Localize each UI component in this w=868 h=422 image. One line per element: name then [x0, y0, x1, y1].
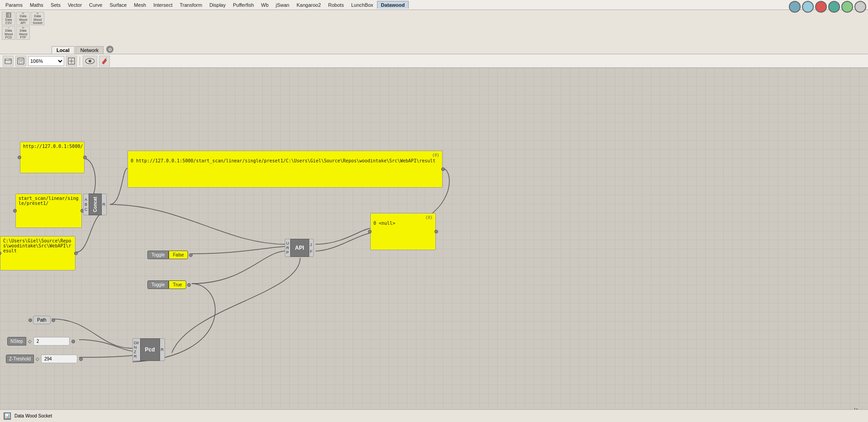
- toggle-false-label: Toggle: [147, 251, 169, 259]
- null-node[interactable]: {0} 0 <null>: [370, 213, 436, 250]
- nstep-node[interactable]: NStep ◇ 2: [7, 337, 75, 346]
- output-node-port-right: [441, 167, 445, 171]
- concat-node[interactable]: A B C Concat R: [83, 194, 107, 215]
- api-body: API: [290, 239, 309, 257]
- svg-point-9: [9, 27, 9, 28]
- network-tab[interactable]: Network: [75, 46, 104, 54]
- path-node-port-left: [13, 209, 17, 213]
- status-label: Data Wood Socket: [14, 413, 52, 418]
- z-treshold-port: [79, 357, 83, 361]
- result-node-port-right: [74, 251, 78, 255]
- output-node[interactable]: {0} 0 http://127.0.0.1:5000/start_scan/l…: [127, 151, 443, 188]
- zoom-select[interactable]: 106% 100% 75% 50% 150%: [28, 56, 64, 66]
- api-ports-right: J F: [309, 239, 314, 257]
- path-small-label: Path: [33, 316, 51, 324]
- data-wood-ftp-button[interactable]: Data Wood FTP: [16, 26, 30, 40]
- eye-button[interactable]: [83, 56, 97, 66]
- svg-rect-17: [19, 62, 22, 64]
- menu-curve[interactable]: Curve: [85, 1, 106, 9]
- url-node-port-right: [83, 156, 87, 159]
- data-wood-pcd-button[interactable]: Data Wood PCD: [2, 26, 15, 40]
- path-small-node[interactable]: Path: [28, 316, 55, 324]
- z-treshold-label: Z-Treshold: [6, 355, 34, 363]
- pcd-ports-left: Dir N Z R: [132, 338, 140, 361]
- globe-icon-2[interactable]: [802, 1, 814, 13]
- url-node-port-left: [18, 156, 21, 159]
- pcd-body: Pcd: [140, 338, 160, 361]
- path-node[interactable]: start_scan/linear/single/preset1/: [15, 194, 82, 228]
- canvas[interactable]: http://127.0.0.1:5000/ start_scan/linear…: [0, 68, 868, 422]
- menu-transform[interactable]: Transform: [176, 1, 206, 9]
- url-node[interactable]: http://127.0.0.1:5000/: [20, 142, 85, 173]
- data-wood-socket-button[interactable]: Data Wood Socket: [31, 12, 44, 25]
- zoom-toolbar: 106% 100% 75% 50% 150%: [0, 54, 868, 68]
- pcd-node[interactable]: Dir N Z R Pcd R: [132, 338, 165, 361]
- save-file-button[interactable]: [15, 56, 26, 66]
- menu-mesh[interactable]: Mesh: [130, 1, 150, 9]
- paint-button[interactable]: [99, 56, 110, 66]
- concat-body: Concat: [89, 194, 102, 215]
- zoom-fit-button[interactable]: [66, 56, 77, 66]
- menu-display[interactable]: Display: [206, 1, 229, 9]
- toolbar-area: Data CSV API Data Wood API Data Wood Soc…: [0, 10, 868, 54]
- toggle-false-value: False: [169, 251, 188, 259]
- status-icon: 📊: [4, 413, 11, 420]
- toggle-true-node[interactable]: Toggle True: [147, 280, 191, 289]
- menu-jswan[interactable]: jSwan: [272, 1, 293, 9]
- result-node[interactable]: C:\Users\Giel\Source\Repos\woodintake\Sr…: [0, 236, 75, 270]
- menu-sets[interactable]: Sets: [47, 1, 64, 9]
- nstep-value[interactable]: 2: [33, 337, 70, 346]
- globe-icon-6[interactable]: [854, 1, 866, 13]
- toggle-true-port: [187, 283, 191, 287]
- z-treshold-node[interactable]: Z-Treshold ◇ 294: [6, 355, 83, 363]
- local-network-tabs: Local Network ⚙: [50, 10, 115, 54]
- globe-icon-1[interactable]: [789, 1, 801, 13]
- toggle-false-node[interactable]: Toggle False: [147, 251, 193, 259]
- output-node-header: {0}: [131, 153, 439, 157]
- globe-icon-3[interactable]: [815, 1, 827, 13]
- toggle-false-port: [189, 253, 193, 257]
- icon-panel: Data CSV API Data Wood API Data Wood Soc…: [0, 10, 50, 54]
- concat-ports-left: A B C: [83, 194, 89, 215]
- data-wood-api-button[interactable]: API Data Wood API: [16, 12, 30, 25]
- menu-pufferfish[interactable]: Pufferfish: [229, 1, 257, 9]
- z-treshold-value[interactable]: 294: [41, 355, 77, 363]
- network-settings-icon[interactable]: ⚙: [106, 46, 113, 53]
- path-small-port-left: [28, 318, 32, 322]
- status-bar: 📊 Data Wood Socket: [0, 409, 868, 422]
- nstep-diamond: ◇: [27, 339, 33, 344]
- concat-ports-right: R: [102, 194, 107, 215]
- globe-icon-5[interactable]: [841, 1, 853, 13]
- svg-point-10: [9, 28, 9, 28]
- menu-intersect[interactable]: Intersect: [150, 1, 176, 9]
- z-treshold-diamond: ◇: [35, 356, 40, 361]
- separator-1: [80, 57, 80, 66]
- svg-text:API: API: [23, 13, 24, 14]
- menu-bar: Params Maths Sets Vector Curve Surface M…: [0, 0, 868, 10]
- menu-surface[interactable]: Surface: [106, 1, 130, 9]
- data-csv-button[interactable]: Data CSV: [2, 12, 15, 25]
- null-node-port-right: [434, 230, 438, 233]
- svg-rect-0: [6, 13, 10, 17]
- svg-line-21: [105, 58, 107, 59]
- menu-datawood[interactable]: Datawood: [377, 1, 409, 9]
- menu-maths[interactable]: Maths: [26, 1, 47, 9]
- local-tab[interactable]: Local: [52, 46, 75, 54]
- menu-lunchbox[interactable]: LunchBox: [348, 1, 377, 9]
- menu-robots[interactable]: Robots: [325, 1, 348, 9]
- globe-icon-4[interactable]: [828, 1, 840, 13]
- api-ports-left: U R P: [285, 239, 290, 257]
- open-file-button[interactable]: [3, 56, 14, 66]
- null-node-port-left: [368, 230, 372, 233]
- menu-vector[interactable]: Vector: [64, 1, 85, 9]
- menu-params[interactable]: Params: [2, 1, 26, 9]
- svg-point-11: [8, 28, 9, 28]
- menu-wb[interactable]: Wb: [258, 1, 273, 9]
- pcd-port-right: R: [160, 338, 165, 361]
- api-node[interactable]: U R P API J F: [285, 239, 314, 257]
- menu-kangaroo2[interactable]: Kangaroo2: [293, 1, 325, 9]
- toggle-true-value: True: [169, 280, 186, 289]
- path-small-port-right: [52, 318, 55, 322]
- nstep-label: NStep: [7, 337, 26, 346]
- result-node-port-left: [0, 251, 1, 255]
